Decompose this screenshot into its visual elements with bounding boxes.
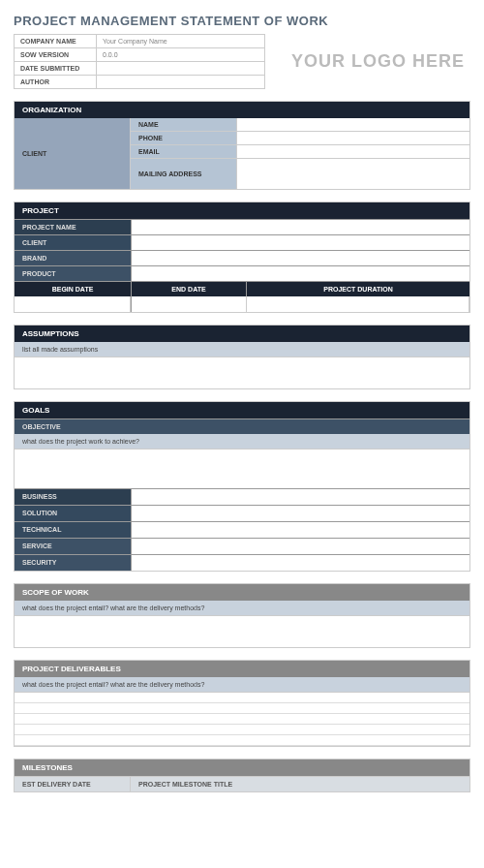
technical-label: TECHNICAL	[15, 522, 131, 538]
assumptions-hint: list all made assumptions	[15, 342, 469, 357]
milestones-section: MILESTONES EST DELIVERY DATE PROJECT MIL…	[14, 759, 470, 792]
sow-version-value[interactable]: 0.0.0	[97, 48, 265, 62]
solution-input[interactable]	[131, 506, 469, 521]
service-input[interactable]	[131, 539, 469, 554]
logo-placeholder[interactable]: YOUR LOGO HERE	[265, 34, 470, 72]
meta-table: COMPANY NAMEYour Company Name SOW VERSIO…	[14, 34, 265, 89]
company-name-value[interactable]: Your Company Name	[97, 35, 265, 48]
company-name-label: COMPANY NAME	[15, 35, 97, 48]
phone-input[interactable]	[237, 132, 469, 144]
phone-label: PHONE	[131, 132, 237, 144]
business-label: BUSINESS	[15, 489, 131, 505]
product-input[interactable]	[131, 266, 469, 281]
objective-label: OBJECTIVE	[15, 418, 469, 434]
duration-input[interactable]	[247, 296, 469, 312]
project-header: PROJECT	[15, 202, 469, 219]
end-date-label: END DATE	[131, 282, 247, 296]
solution-label: SOLUTION	[15, 506, 131, 521]
scope-hint: what does the project entail? what are t…	[15, 601, 469, 616]
begin-date-input[interactable]	[15, 296, 131, 312]
service-label: SERVICE	[15, 539, 131, 554]
scope-input[interactable]	[15, 616, 469, 647]
deliverables-input[interactable]	[15, 693, 469, 746]
duration-label: PROJECT DURATION	[247, 282, 469, 296]
security-label: SECURITY	[15, 555, 131, 571]
milestones-header: MILESTONES	[15, 760, 469, 776]
assumptions-input[interactable]	[15, 357, 469, 388]
sow-version-label: SOW VERSION	[15, 48, 97, 62]
header-row: COMPANY NAMEYour Company Name SOW VERSIO…	[14, 34, 470, 89]
page-title: PROJECT MANAGEMENT STATEMENT OF WORK	[14, 14, 470, 28]
date-submitted-label: DATE SUBMITTED	[15, 62, 97, 76]
project-client-input[interactable]	[131, 235, 469, 250]
deliverables-section: PROJECT DELIVERABLES what does the proje…	[14, 660, 470, 747]
assumptions-section: ASSUMPTIONS list all made assumptions	[14, 325, 470, 389]
author-label: AUTHOR	[15, 76, 97, 89]
goals-section: GOALS OBJECTIVE what does the project wo…	[14, 401, 470, 572]
organization-section: ORGANIZATION CLIENT NAME PHONE EMAIL MAI…	[14, 101, 470, 190]
name-input[interactable]	[237, 118, 469, 131]
milestone-title-label: PROJECT MILESTONE TITLE	[131, 777, 469, 791]
est-date-label: EST DELIVERY DATE	[15, 777, 131, 791]
email-input[interactable]	[237, 145, 469, 158]
product-label: PRODUCT	[15, 266, 131, 281]
project-client-label: CLIENT	[15, 235, 131, 250]
scope-header: SCOPE OF WORK	[15, 584, 469, 601]
deliverables-header: PROJECT DELIVERABLES	[15, 661, 469, 677]
begin-date-label: BEGIN DATE	[15, 282, 131, 296]
scope-section: SCOPE OF WORK what does the project enta…	[14, 583, 470, 648]
deliverables-hint: what does the project entail? what are t…	[15, 677, 469, 693]
business-input[interactable]	[131, 489, 469, 505]
assumptions-header: ASSUMPTIONS	[15, 326, 469, 342]
email-label: EMAIL	[131, 145, 237, 158]
name-label: NAME	[131, 118, 237, 131]
goals-hint: what does the project work to achieve?	[15, 434, 469, 450]
mailing-input[interactable]	[237, 159, 469, 189]
security-input[interactable]	[131, 555, 469, 571]
technical-input[interactable]	[131, 522, 469, 538]
author-value[interactable]	[97, 76, 265, 89]
objective-input[interactable]	[15, 450, 469, 488]
mailing-label: MAILING ADDRESS	[131, 159, 237, 189]
end-date-input[interactable]	[131, 296, 247, 312]
organization-header: ORGANIZATION	[15, 102, 469, 118]
sow-template: PROJECT MANAGEMENT STATEMENT OF WORK COM…	[0, 0, 484, 806]
client-label: CLIENT	[15, 118, 131, 189]
brand-input[interactable]	[131, 251, 469, 265]
project-name-label: PROJECT NAME	[15, 220, 131, 234]
goals-header: GOALS	[15, 402, 469, 418]
brand-label: BRAND	[15, 251, 131, 265]
date-submitted-value[interactable]	[97, 62, 265, 76]
project-name-input[interactable]	[131, 220, 469, 234]
project-section: PROJECT PROJECT NAME CLIENT BRAND PRODUC…	[14, 202, 470, 313]
